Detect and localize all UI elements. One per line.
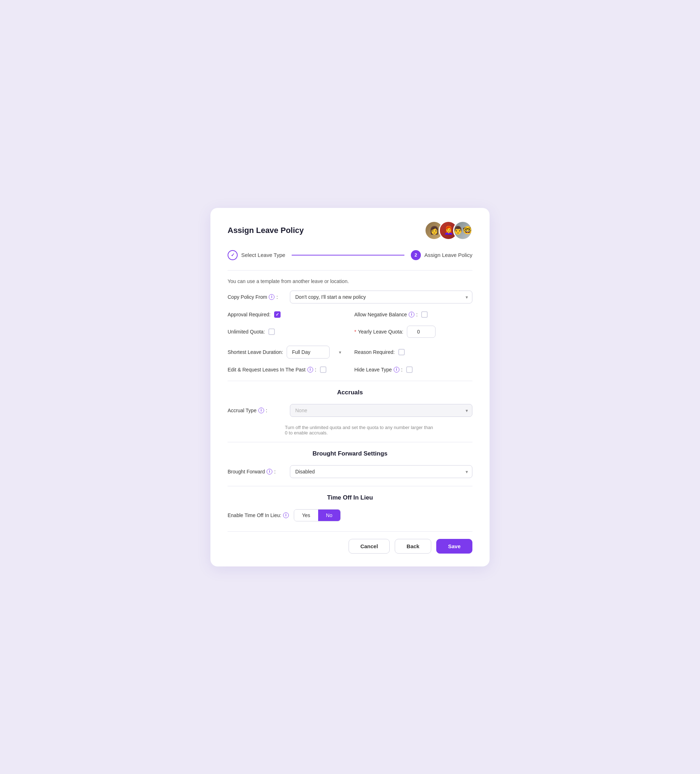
brought-forward-select-wrapper: Disabled Enabled xyxy=(290,465,472,478)
divider-accruals xyxy=(228,381,472,381)
save-button[interactable]: Save xyxy=(436,539,472,554)
toil-label-group: Enable Time Off In Lieu: i xyxy=(228,513,289,518)
avatar-3: 👨‍🤓 xyxy=(453,221,472,240)
accrual-type-select-wrapper: None Daily Weekly Monthly xyxy=(290,404,472,417)
template-note: You can use a template from another leav… xyxy=(228,278,472,284)
shortest-duration-select-wrapper: Full Day Half Day xyxy=(287,346,346,359)
edit-request-info-icon[interactable]: i xyxy=(308,367,313,372)
reason-required-label: Reason Required: xyxy=(354,349,395,355)
accrual-type-label-group: Accrual Type i : xyxy=(228,408,285,413)
allow-negative-balance-info-icon[interactable]: i xyxy=(409,312,414,318)
approval-required-cell: Approval Required: xyxy=(228,311,346,318)
reason-required-cell: Reason Required: xyxy=(354,349,472,356)
copy-policy-select-wrapper: Don't copy, I'll start a new policy Copy… xyxy=(290,291,472,303)
toil-no-button[interactable]: No xyxy=(318,509,340,521)
edit-request-cell: Edit & Request Leaves In The Past i : xyxy=(228,366,346,373)
copy-policy-select[interactable]: Don't copy, I'll start a new policy Copy… xyxy=(290,291,472,303)
brought-forward-select[interactable]: Disabled Enabled xyxy=(290,465,472,478)
row-approval-negative: Approval Required: Allow Negative Balanc… xyxy=(228,311,472,318)
shortest-duration-cell: Shortest Leave Duration: Full Day Half D… xyxy=(228,346,346,359)
modal-header: Assign Leave Policy 👩 👩‍🦰 👨‍🤓 xyxy=(228,221,472,240)
accrual-type-select[interactable]: None Daily Weekly Monthly xyxy=(290,404,472,417)
brought-forward-row: Brought Forward i : Disabled Enabled xyxy=(228,465,472,478)
brought-forward-section-title: Brought Forward Settings xyxy=(228,450,472,457)
step-2-label: Assign Leave Policy xyxy=(424,252,472,258)
toil-yes-button[interactable]: Yes xyxy=(294,509,318,521)
row-quota: Unlimited Quota: * Yearly Leave Quota: xyxy=(228,326,472,338)
allow-negative-balance-label: Allow Negative Balance i : xyxy=(354,312,418,318)
step-1-icon: ✓ xyxy=(228,250,238,260)
hide-leave-type-checkbox[interactable] xyxy=(406,366,413,373)
accruals-section-title: Accruals xyxy=(228,389,472,396)
toil-toggle: Yes No xyxy=(294,509,341,521)
allow-negative-balance-cell: Allow Negative Balance i : xyxy=(354,311,472,318)
hide-leave-type-cell: Hide Leave Type i : xyxy=(354,366,472,373)
copy-policy-row: Copy Policy From i : Don't copy, I'll st… xyxy=(228,291,472,303)
brought-forward-info-icon[interactable]: i xyxy=(266,469,272,475)
modal-title: Assign Leave Policy xyxy=(228,226,304,235)
allow-negative-balance-checkbox[interactable] xyxy=(421,311,428,318)
divider-top xyxy=(228,270,472,271)
approval-required-label: Approval Required: xyxy=(228,312,271,318)
unlimited-quota-label: Unlimited Quota: xyxy=(228,329,265,334)
copy-policy-info-icon[interactable]: i xyxy=(269,294,275,300)
modal-footer: Cancel Back Save xyxy=(228,531,472,554)
edit-request-checkbox[interactable] xyxy=(320,366,326,373)
avatar-group: 👩 👩‍🦰 👨‍🤓 xyxy=(424,221,472,240)
step-2: 2 Assign Leave Policy xyxy=(411,250,472,260)
yearly-quota-label: * Yearly Leave Quota: xyxy=(354,329,403,334)
shortest-duration-select[interactable]: Full Day Half Day xyxy=(287,346,329,359)
step-1-label: Select Leave Type xyxy=(241,252,285,258)
accrual-type-row: Accrual Type i : None Daily Weekly Month… xyxy=(228,404,472,417)
copy-policy-label: Copy Policy From xyxy=(228,294,267,300)
step-connector xyxy=(292,255,404,255)
assign-leave-policy-modal: Assign Leave Policy 👩 👩‍🦰 👨‍🤓 ✓ Select L… xyxy=(210,208,490,566)
shortest-duration-label: Shortest Leave Duration: xyxy=(228,349,283,355)
reason-required-checkbox[interactable] xyxy=(398,349,405,356)
unlimited-quota-checkbox[interactable] xyxy=(268,329,275,335)
toil-info-icon[interactable]: i xyxy=(283,513,289,518)
unlimited-quota-cell: Unlimited Quota: xyxy=(228,329,346,335)
divider-brought-forward xyxy=(228,442,472,442)
row-edit-hide: Edit & Request Leaves In The Past i : Hi… xyxy=(228,366,472,373)
back-button[interactable]: Back xyxy=(395,539,431,554)
divider-toil xyxy=(228,486,472,486)
approval-required-checkbox[interactable] xyxy=(274,311,281,318)
step-1: ✓ Select Leave Type xyxy=(228,250,285,260)
toil-section-title: Time Off In Lieu xyxy=(228,494,472,501)
copy-policy-label-group: Copy Policy From i : xyxy=(228,294,285,300)
toil-row: Enable Time Off In Lieu: i Yes No xyxy=(228,509,472,521)
stepper: ✓ Select Leave Type 2 Assign Leave Polic… xyxy=(228,250,472,260)
accrual-type-info-icon[interactable]: i xyxy=(258,408,264,413)
row-duration-reason: Shortest Leave Duration: Full Day Half D… xyxy=(228,346,472,359)
cancel-button[interactable]: Cancel xyxy=(349,539,390,554)
accrual-note: Turn off the unlimited quota and set the… xyxy=(285,425,435,435)
hide-leave-type-info-icon[interactable]: i xyxy=(394,367,399,372)
edit-request-label: Edit & Request Leaves In The Past i : xyxy=(228,367,316,372)
hide-leave-type-label: Hide Leave Type i : xyxy=(354,367,403,372)
yearly-quota-cell: * Yearly Leave Quota: xyxy=(354,326,472,338)
step-2-icon: 2 xyxy=(411,250,421,260)
brought-forward-label-group: Brought Forward i : xyxy=(228,469,285,475)
yearly-quota-input[interactable] xyxy=(407,326,435,338)
